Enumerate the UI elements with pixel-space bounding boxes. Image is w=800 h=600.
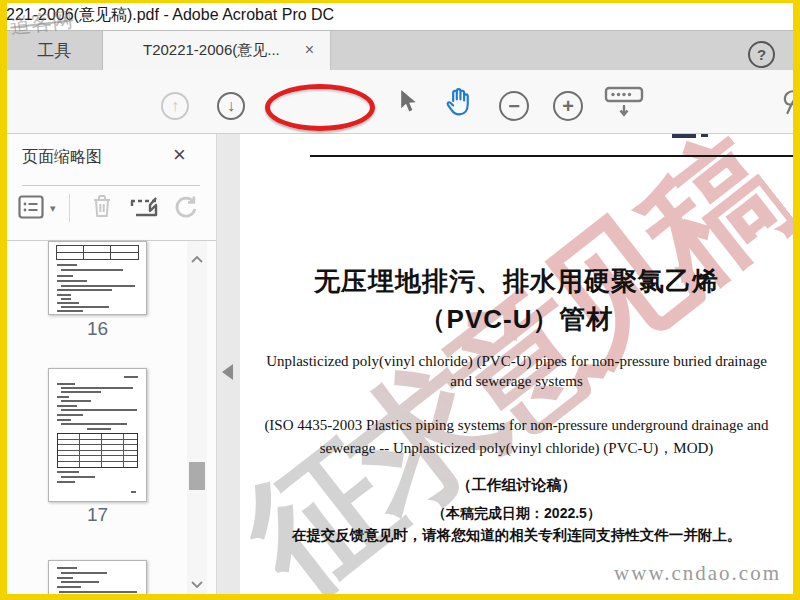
thumbnail-page-16[interactable]: [48, 241, 147, 315]
tab-close-icon[interactable]: ×: [305, 40, 314, 60]
rotate-icon[interactable]: [173, 195, 198, 220]
scrollbar-thumb[interactable]: [189, 462, 205, 490]
scroll-up-icon[interactable]: [191, 255, 203, 263]
divider: [69, 194, 70, 222]
zoom-in-button[interactable]: +: [553, 91, 583, 121]
document-page[interactable]: 征求意见稿 无压埋地排污、排水用硬聚氯乙烯 （PVC-U）管材 Unplasti…: [240, 134, 793, 594]
site-watermark-bottom: www.cndao.com: [614, 561, 781, 586]
help-glyph: ?: [757, 46, 766, 63]
arrow-down-icon: ↓: [227, 97, 235, 115]
tab-document-label: T20221-2006(意见...: [143, 41, 280, 60]
select-tool-icon[interactable]: [400, 88, 417, 114]
help-icon[interactable]: ?: [748, 41, 775, 68]
doc-draft-note: （工作组讨论稿）: [240, 476, 793, 495]
previous-page-button[interactable]: ↑: [161, 92, 189, 120]
hand-tool-icon[interactable]: [444, 87, 472, 117]
panel-close-icon[interactable]: ×: [173, 142, 186, 168]
arrow-up-icon: ↑: [171, 97, 179, 115]
thumbnail-page-18-partial[interactable]: [48, 560, 147, 594]
collapse-panel-icon[interactable]: [222, 364, 233, 380]
doc-subtitle-en-line1: Unplasticized poly(vinyl chloride) (PVC-…: [240, 353, 793, 370]
doc-date-note: （本稿完成日期：2022.5）: [240, 505, 793, 523]
trash-icon[interactable]: [91, 193, 113, 219]
red-circle-annotation: [265, 84, 375, 131]
doc-title-line1: 无压埋地排污、排水用硬聚氯乙烯: [240, 264, 793, 299]
thumbnail-options-icon[interactable]: [18, 195, 44, 219]
minus-icon: −: [508, 95, 520, 118]
panel-gutter: [217, 134, 240, 594]
doc-subtitle-en-line2: and sewerage systems: [240, 373, 793, 390]
doc-title-line2: （PVC-U）管材: [240, 302, 793, 337]
page-thumbnails-panel: 页面缩略图 × ▾: [7, 134, 217, 594]
scroll-down-icon[interactable]: [191, 581, 203, 589]
title-bar: 221-2006(意见稿).pdf - Adobe Acrobat Pro DC: [0, 0, 800, 30]
thumbnail-label-17[interactable]: 17: [48, 504, 147, 526]
chevron-down-icon[interactable]: ▾: [50, 202, 56, 215]
header-rule: [310, 155, 793, 157]
page-header-fragment: [701, 134, 708, 137]
extract-pages-icon[interactable]: [129, 193, 159, 220]
thumb-table: [57, 433, 138, 468]
next-page-button[interactable]: ↓: [217, 92, 245, 120]
doc-patent-note: 在提交反馈意见时，请将您知道的相关专利连同支持性文件一并附上。: [240, 526, 793, 545]
doc-iso-line2: sewerage -- Unplasticized poly(vinyl chl…: [240, 439, 793, 458]
main-toolbar: ↑ ↓ − +: [0, 70, 800, 134]
thumbnail-label-16[interactable]: 16: [48, 318, 147, 340]
doc-iso-line1: (ISO 4435-2003 Plastics piping systems f…: [240, 417, 793, 434]
tab-bar: 工具 T20221-2006(意见... ×: [0, 30, 800, 70]
panel-title: 页面缩略图: [22, 147, 102, 168]
thumb-table: [56, 245, 139, 260]
zoom-out-button[interactable]: −: [499, 91, 529, 121]
toolbar-dock-icon[interactable]: [604, 86, 644, 120]
plus-icon: +: [562, 95, 574, 118]
acrobat-window: 221-2006(意见稿).pdf - Adobe Acrobat Pro DC…: [0, 0, 800, 600]
divider: [22, 185, 200, 186]
page-header-fragment: [672, 134, 696, 138]
thumbnail-scrollbar[interactable]: [187, 241, 207, 594]
thumbnail-page-17[interactable]: [48, 368, 147, 502]
tab-document[interactable]: T20221-2006(意见... ×: [103, 31, 331, 70]
fill-sign-pen-icon[interactable]: [776, 87, 800, 117]
tab-tools-label: 工具: [38, 39, 72, 62]
